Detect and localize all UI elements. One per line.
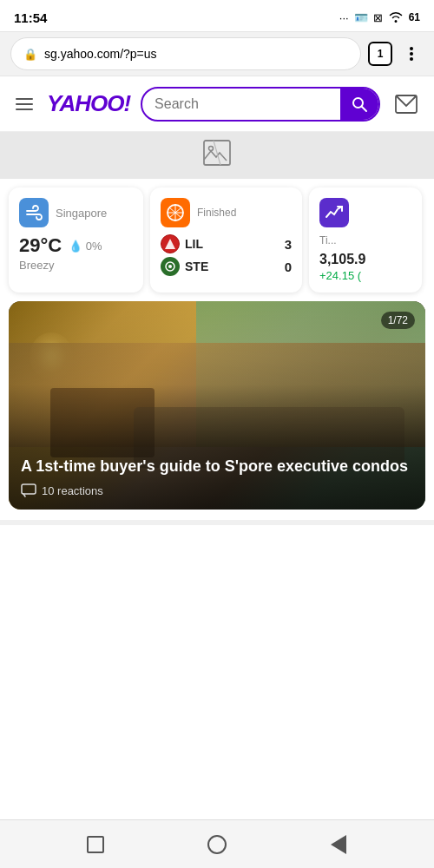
svg-rect-13	[22, 484, 36, 494]
signal-icon: ···	[339, 11, 349, 24]
news-reactions: 10 reactions	[21, 483, 413, 497]
mail-button[interactable]	[391, 89, 422, 120]
status-icons: ··· 🪪 ⊠ 61	[339, 10, 420, 25]
finance-label: Ti...	[319, 234, 411, 247]
news-card[interactable]: 1/72 A 1st-time buyer's guide to S'pore …	[9, 301, 425, 510]
finance-value: 3,105.9	[319, 252, 411, 267]
finance-change: +24.15 (	[319, 269, 411, 282]
team-lil-logo	[161, 234, 180, 253]
back-button[interactable]	[319, 825, 358, 864]
sim-icon: 🪪	[354, 11, 368, 24]
url-bar: 🔒 sg.yahoo.com/?p=us 1	[0, 31, 434, 76]
yahoo-header: YAHOO!	[0, 76, 434, 132]
yahoo-logo: YAHOO!	[47, 90, 130, 117]
hamburger-line	[16, 103, 33, 105]
news-content: A 1st-time buyer's guide to S'pore execu…	[9, 446, 425, 510]
widgets-row: Singapore 29°C 💧 0% Breezy Finished	[0, 179, 434, 301]
bottom-nav	[0, 819, 434, 868]
url-text: sg.yahoo.com/?p=us	[44, 47, 348, 61]
weather-widget[interactable]: Singapore 29°C 💧 0% Breezy	[9, 187, 143, 293]
svg-point-1	[410, 52, 413, 56]
url-actions: 1	[368, 42, 424, 66]
svg-point-7	[209, 146, 214, 150]
home-button[interactable]	[198, 825, 236, 864]
news-title: A 1st-time buyer's guide to S'pore execu…	[21, 457, 413, 477]
empty-content-area	[0, 520, 434, 737]
finance-icon	[325, 203, 344, 222]
sports-icon	[166, 203, 185, 222]
url-field[interactable]: 🔒 sg.yahoo.com/?p=us	[10, 37, 361, 70]
weather-description: Breezy	[19, 259, 133, 272]
wind-icon	[24, 203, 43, 222]
weather-humidity: 💧 0%	[69, 240, 102, 253]
team-ste-info: STE	[161, 257, 208, 276]
comment-icon	[21, 483, 36, 497]
news-counter: 1/72	[381, 312, 415, 329]
menu-button[interactable]	[12, 95, 36, 114]
stop-button[interactable]	[76, 825, 115, 864]
battery-x-icon: ⊠	[373, 11, 383, 24]
team-ste-name: STE	[185, 260, 208, 273]
battery-level: 61	[409, 11, 420, 23]
status-time: 11:54	[14, 10, 47, 25]
lock-icon: 🔒	[23, 48, 37, 61]
finance-header	[319, 198, 411, 227]
mail-icon	[395, 95, 418, 114]
team-ste-score: 0	[285, 260, 292, 274]
svg-point-2	[410, 57, 413, 61]
sports-status: Finished	[197, 207, 236, 219]
home-icon	[207, 835, 227, 854]
hamburger-line	[16, 98, 33, 100]
svg-marker-10	[165, 239, 175, 249]
sports-widget[interactable]: Finished LIL 3	[150, 187, 302, 293]
status-bar: 11:54 ··· 🪪 ⊠ 61	[0, 0, 434, 31]
broken-image-icon	[201, 137, 233, 174]
finance-icon-box	[319, 198, 349, 227]
tab-count-button[interactable]: 1	[368, 42, 392, 66]
sports-icon-box	[161, 198, 190, 227]
weather-icon-box	[19, 198, 49, 227]
svg-point-12	[168, 265, 172, 268]
wifi-icon	[388, 10, 404, 25]
team-lil-name: LIL	[185, 237, 203, 251]
gray-banner	[0, 132, 434, 179]
stop-icon	[87, 836, 104, 853]
search-input[interactable]	[142, 89, 340, 119]
team-lil-score: 3	[285, 237, 292, 252]
search-bar[interactable]	[141, 87, 380, 122]
sports-header: Finished	[161, 198, 292, 227]
team-row-ste: STE 0	[161, 257, 292, 276]
svg-line-4	[362, 106, 367, 111]
team-lil-info: LIL	[161, 234, 203, 253]
team-row-lil: LIL 3	[161, 234, 292, 253]
finance-widget[interactable]: Ti... 3,105.9 +24.15 (	[309, 187, 422, 293]
weather-temperature: 29°C	[19, 234, 62, 257]
back-icon	[331, 835, 346, 854]
hamburger-line	[16, 108, 33, 110]
sports-teams: LIL 3 STE 0	[161, 234, 292, 276]
more-options-button[interactable]	[399, 42, 424, 66]
svg-point-0	[410, 47, 413, 50]
team-ste-logo	[161, 257, 180, 276]
weather-location: Singapore	[56, 207, 107, 220]
reactions-count: 10 reactions	[42, 484, 103, 497]
weather-header: Singapore	[19, 198, 133, 227]
search-button[interactable]	[340, 87, 378, 122]
search-icon	[351, 95, 368, 113]
